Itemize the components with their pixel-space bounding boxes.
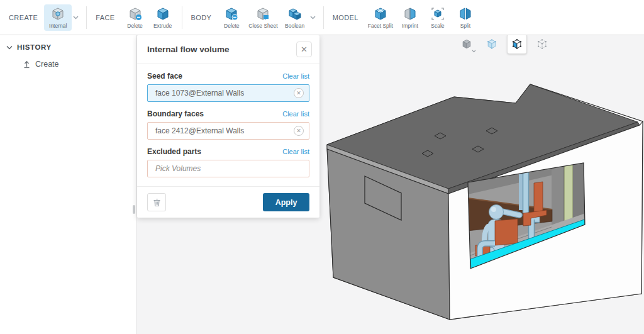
transparent-cube-icon [486,38,498,50]
face-select-cube-icon [511,38,523,50]
create-operation-icon [23,60,31,69]
manikin-head-highlight [491,207,496,212]
model-imprint-icon [402,6,418,21]
seed-face-chip-remove-icon[interactable]: ✕ [294,88,304,98]
top-toolbar: CREATE Internal FACE [0,0,644,35]
history-panel: HISTORY Create [0,35,136,334]
face-delete-button[interactable]: Delete [121,4,149,31]
face-extrude-button[interactable]: Extrude [149,4,177,31]
boundary-faces-clear-link[interactable]: Clear list [282,110,309,118]
dialog-footer: Apply [137,186,319,218]
toolbar-group-create: CREATE Internal [5,0,81,35]
body-close-sheet-icon [255,6,270,21]
model-imprint-button[interactable]: Imprint [396,4,424,31]
trash-icon [153,198,161,207]
boundary-faces-label: Boundary faces [147,109,204,118]
dialog-title: Internal flow volume [147,45,230,54]
face-extrude-label: Extrude [153,23,172,29]
body-delete-button[interactable]: Delete [218,4,245,31]
volume-select-caret-icon [472,44,476,55]
model-imprint-label: Imprint [402,23,418,29]
boundary-faces-chip-remove-icon[interactable]: ✕ [294,126,304,136]
model-split-button[interactable]: Split [452,4,479,31]
excluded-parts-label: Excluded parts [147,147,201,156]
toolbar-group-face: FACE Delete Extrude [92,0,176,35]
excluded-parts-input[interactable]: Pick Volumes [147,160,309,177]
face-select-button[interactable] [507,34,527,54]
toolbar-divider [182,6,182,29]
group-label-model: MODEL [333,14,358,21]
model-scale-label: Scale [431,23,444,29]
toolbar-group-model: MODEL Facet Split Imprint [329,0,479,35]
body-delete-label: Delete [224,23,240,29]
face-extrude-icon [155,6,170,21]
history-item-label: Create [35,60,59,69]
body-boolean-icon [287,6,303,21]
app-window: CREATE Internal FACE [0,0,644,334]
volume-select-cube-icon [460,38,473,50]
model-facet-split-icon [373,6,388,21]
apply-button[interactable]: Apply [263,193,309,211]
panel-scrollbar[interactable] [133,205,135,214]
dialog-body: Seed face Clear list face 1073@External … [137,64,319,186]
body-boolean-label: Boolean [285,23,304,29]
model-scale-button[interactable]: Scale [424,4,452,31]
selection-mode-toolbar [457,34,552,54]
transparent-select-button[interactable] [482,34,502,54]
toolbar-divider [323,6,324,29]
boundary-faces-section: Boundary faces Clear list face 2412@Exte… [147,109,309,140]
excluded-parts-placeholder: Pick Volumes [155,164,201,173]
model-facet-split-label: Facet Split [368,23,393,29]
vertex-select-button[interactable] [532,34,552,54]
history-title: HISTORY [17,43,52,51]
chair-back[interactable] [495,219,518,245]
group-label-body: BODY [191,14,212,21]
model-scale-icon [430,6,445,21]
boolean-dropdown-chevron-icon[interactable] [310,16,316,19]
manikin-head[interactable] [489,205,504,220]
seed-face-label: Seed face [147,72,182,81]
internal-dropdown-chevron-icon[interactable] [73,16,79,19]
vertex-select-cube-icon [536,38,548,50]
excluded-parts-section: Excluded parts Clear list Pick Volumes [147,147,309,177]
group-label-create: CREATE [9,14,38,21]
face-delete-icon [128,6,143,21]
delete-operation-button[interactable] [147,193,166,211]
boundary-faces-chip-text: face 2412@External Walls [155,126,244,135]
volume-select-button[interactable] [457,34,477,54]
seed-face-input[interactable]: face 1073@External Walls ✕ [147,84,309,102]
history-header[interactable]: HISTORY [0,35,136,56]
body-close-sheet-button[interactable]: Close Sheet [245,4,280,31]
history-item-create[interactable]: Create [0,56,136,72]
internal-flow-volume-button[interactable]: Internal [44,4,72,31]
body-delete-icon [224,6,239,21]
group-label-face: FACE [96,14,114,21]
seed-face-section: Seed face Clear list face 1073@External … [147,72,309,102]
toolbar-divider [86,6,87,29]
building-3d-model[interactable] [321,75,644,334]
model-facet-split-button[interactable]: Facet Split [365,4,396,31]
seed-face-chip-text: face 1073@External Walls [155,89,244,97]
seed-face-clear-link[interactable]: Clear list [282,72,309,80]
internal-flow-volume-dialog: Internal flow volume ✕ Seed face Clear l… [137,35,319,218]
body-close-sheet-label: Close Sheet [248,23,277,29]
boundary-faces-input[interactable]: face 2412@External Walls ✕ [147,122,309,140]
face-delete-label: Delete [127,23,143,29]
internal-button-label: Internal [49,23,67,29]
internal-cube-icon [50,6,65,21]
history-collapse-chevron-icon [6,45,13,50]
excluded-parts-clear-link[interactable]: Clear list [282,148,309,155]
dialog-close-button[interactable]: ✕ [296,42,312,57]
model-split-label: Split [460,23,471,29]
model-split-icon [458,6,473,21]
interior-wall-band [552,165,564,227]
interior-door-green[interactable] [564,164,573,225]
dialog-header: Internal flow volume ✕ [137,35,319,64]
toolbar-group-body: BODY Delete Close Sheet [187,0,318,35]
body-boolean-button[interactable]: Boolean [281,4,309,31]
